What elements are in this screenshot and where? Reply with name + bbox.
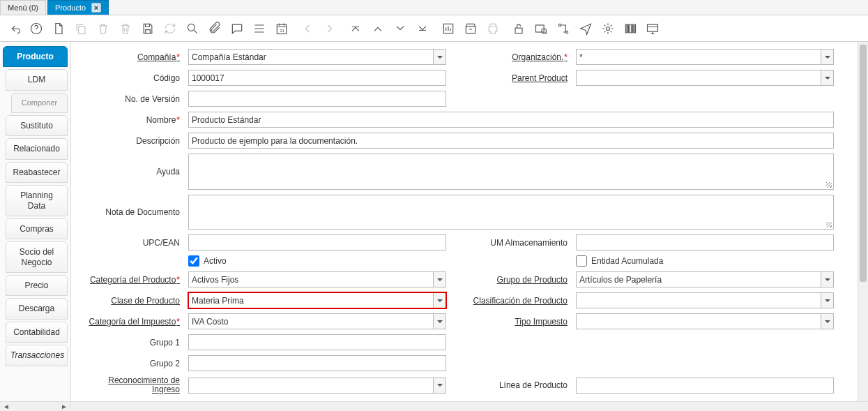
field-reconocimiento-ingreso[interactable] xyxy=(188,378,446,394)
side-reabastecer[interactable]: Reabastecer xyxy=(6,162,68,183)
scroll-left-icon[interactable]: ◄ xyxy=(3,403,10,410)
gear-icon[interactable] xyxy=(598,19,618,38)
field-tipo-impuesto[interactable] xyxy=(576,313,834,329)
label-tipo-impuesto[interactable]: Tipo Impuesto xyxy=(452,317,570,327)
side-componentes[interactable]: Componer xyxy=(11,93,68,113)
checkbox-entidad-input[interactable] xyxy=(576,255,587,267)
scrollbar-thumb[interactable] xyxy=(860,45,867,282)
prev-record-icon[interactable] xyxy=(368,19,388,38)
copy-icon[interactable] xyxy=(71,19,91,38)
chat-icon[interactable] xyxy=(227,19,247,38)
last-record-icon[interactable] xyxy=(413,19,432,38)
field-ayuda[interactable] xyxy=(188,154,834,190)
label-reconocimiento-ingreso[interactable]: Reconocimiento de Ingreso xyxy=(78,376,183,394)
attach-icon[interactable] xyxy=(205,19,224,38)
lock-icon[interactable] xyxy=(509,19,528,38)
field-nota-documento[interactable] xyxy=(188,195,834,230)
chevron-down-icon[interactable] xyxy=(821,272,833,287)
scroll-right-icon[interactable]: ► xyxy=(61,403,68,410)
checkbox-activo[interactable]: Activo xyxy=(188,255,446,267)
report-icon[interactable] xyxy=(439,19,458,38)
chevron-down-icon[interactable] xyxy=(821,314,833,329)
field-no-version[interactable] xyxy=(188,91,446,107)
vertical-scrollbar[interactable] xyxy=(858,42,868,401)
list-icon[interactable] xyxy=(250,19,269,38)
tab-producto[interactable]: Producto × xyxy=(47,0,109,15)
chevron-down-icon[interactable] xyxy=(433,378,446,393)
print-icon[interactable] xyxy=(483,19,503,38)
chevron-down-icon[interactable] xyxy=(433,272,446,287)
label-linea-producto: Línea de Producto xyxy=(452,380,570,390)
field-categoria-impuesto[interactable]: IVA Costo xyxy=(188,313,446,329)
label-parent-product[interactable]: Parent Product xyxy=(452,73,570,83)
field-grupo-producto[interactable]: Artículos de Papelería xyxy=(576,271,834,287)
first-record-icon[interactable] xyxy=(346,19,365,38)
help-icon[interactable] xyxy=(26,19,46,38)
chevron-down-icon[interactable] xyxy=(821,70,833,85)
checkbox-activo-input[interactable] xyxy=(188,255,199,267)
field-codigo[interactable]: 1000017 xyxy=(188,70,446,86)
workflow-icon[interactable] xyxy=(554,19,573,38)
side-label: Transacciones xyxy=(10,350,64,360)
side-compras[interactable]: Compras xyxy=(6,218,68,239)
undo-icon[interactable] xyxy=(4,19,24,38)
side-transacciones[interactable]: Transacciones xyxy=(6,345,68,366)
tab-menu[interactable]: Menú (0) xyxy=(0,0,46,15)
chevron-down-icon[interactable] xyxy=(821,293,833,308)
side-ldm[interactable]: LDM xyxy=(6,69,68,90)
archive-icon[interactable] xyxy=(461,19,480,38)
label-grupo1: Grupo 1 xyxy=(78,338,183,348)
field-upc-ean[interactable] xyxy=(188,234,446,251)
save-icon[interactable] xyxy=(138,19,158,38)
chevron-down-icon[interactable] xyxy=(433,50,446,64)
chevron-down-icon[interactable] xyxy=(433,314,446,329)
field-um-almacenamiento[interactable] xyxy=(576,234,834,251)
screen-icon[interactable] xyxy=(643,19,662,38)
chevron-down-icon[interactable] xyxy=(433,293,446,308)
close-icon[interactable]: × xyxy=(91,3,101,13)
prev-icon[interactable] xyxy=(298,19,317,38)
label-no-version: No. de Versión xyxy=(78,94,183,104)
field-clasificacion-producto[interactable] xyxy=(576,292,834,308)
tab-menu-label: Menú (0) xyxy=(8,3,38,12)
field-parent-product[interactable] xyxy=(576,70,834,86)
field-categoria-producto[interactable]: Activos Fijos xyxy=(188,271,446,287)
label-categoria-impuesto[interactable]: Categoría del Impuesto xyxy=(78,317,183,327)
checkbox-entidad-acumulada[interactable]: Entidad Acumulada xyxy=(576,255,834,267)
zoom-icon[interactable] xyxy=(531,19,551,38)
label-organizacion[interactable]: Organización. xyxy=(452,52,570,62)
next-icon[interactable] xyxy=(320,19,340,38)
label-compania[interactable]: Compañía xyxy=(78,52,183,62)
side-producto[interactable]: Producto xyxy=(3,46,68,67)
side-relacionado[interactable]: Relacionado xyxy=(6,138,68,159)
side-socio-negocio[interactable]: Socio del Negocio xyxy=(6,241,68,273)
search-icon[interactable] xyxy=(183,19,202,38)
side-contabilidad[interactable]: Contabilidad xyxy=(6,322,68,343)
field-grupo2[interactable] xyxy=(188,355,446,371)
chevron-down-icon[interactable] xyxy=(821,50,833,64)
field-descripcion[interactable]: Producto de ejemplo para la documentació… xyxy=(188,133,834,149)
next-record-icon[interactable] xyxy=(390,19,410,38)
delete2-icon[interactable] xyxy=(116,19,135,38)
side-precio[interactable]: Precio xyxy=(6,275,68,296)
field-clase-producto[interactable]: Materia Prima xyxy=(188,292,446,308)
field-linea-producto[interactable] xyxy=(576,378,834,394)
refresh-icon[interactable] xyxy=(160,19,180,38)
field-nombre[interactable]: Producto Estándar xyxy=(188,112,834,128)
calendar-icon[interactable]: 31 xyxy=(272,19,291,38)
label-clasificacion-producto[interactable]: Clasificación de Producto xyxy=(452,296,570,306)
label-grupo-producto[interactable]: Grupo de Producto xyxy=(452,275,570,285)
side-sustituto[interactable]: Sustituto xyxy=(6,115,68,136)
field-compania[interactable]: Compañía Estándar xyxy=(188,49,446,65)
label-clase-producto[interactable]: Clase de Producto xyxy=(78,296,183,306)
field-grupo1[interactable] xyxy=(188,334,446,350)
delete-icon[interactable] xyxy=(93,19,113,38)
new-icon[interactable] xyxy=(49,19,68,38)
field-organizacion[interactable]: * xyxy=(576,49,834,65)
side-planning-data[interactable]: Planning Data xyxy=(6,185,68,216)
side-descarga[interactable]: Descarga xyxy=(6,298,68,319)
side-label: LDM xyxy=(28,75,45,84)
send-icon[interactable] xyxy=(576,19,595,38)
label-categoria-producto[interactable]: Categoría del Producto xyxy=(78,275,183,285)
barcode-icon[interactable] xyxy=(620,19,640,38)
